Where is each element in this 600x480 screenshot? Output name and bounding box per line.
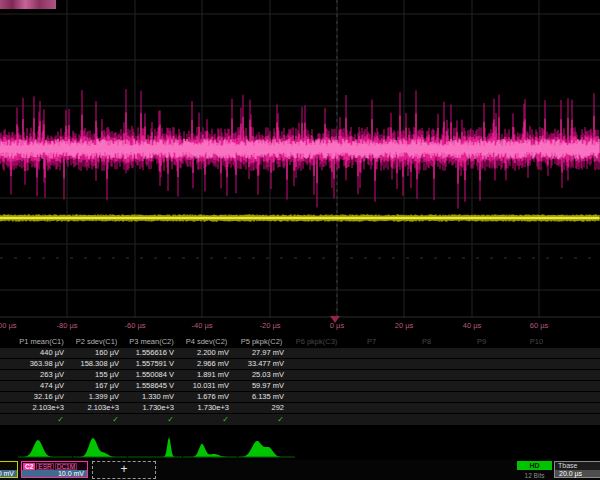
tick-label: -80 µs <box>57 321 78 330</box>
param-cell <box>344 370 399 380</box>
param-cell: 1.550084 V <box>124 370 179 380</box>
plus-icon: + <box>120 462 127 476</box>
param-header[interactable]: P6 pkpk(C3) <box>289 337 344 347</box>
add-trace-button[interactable]: + <box>92 461 156 479</box>
param-cell <box>454 381 509 391</box>
param-cell <box>454 392 509 402</box>
param-cell <box>509 381 564 391</box>
status-check-icon <box>399 414 454 425</box>
status-check-icon: ✓ <box>14 414 69 425</box>
tick-label: -60 µs <box>125 321 146 330</box>
tick-label: 40 µs <box>463 321 482 330</box>
param-cell: 2.966 mV <box>179 359 234 369</box>
param-header[interactable]: P5 pkpk(C2) <box>234 337 289 347</box>
param-cell <box>454 348 509 358</box>
oscilloscope-screen: -100 µs-80 µs-60 µs-40 µs-20 µs0 µs20 µs… <box>0 0 600 480</box>
tick-label: -100 µs <box>0 321 17 330</box>
param-cell: 1.399 µV <box>69 392 124 402</box>
param-cell <box>509 392 564 402</box>
param-header[interactable]: P1 mean(C1) <box>14 337 69 347</box>
param-header[interactable]: P2 sdev(C1) <box>69 337 124 347</box>
param-cell <box>509 348 564 358</box>
bottom-bar: DC1M 10.0 mV C2 ESR DC1M 10.0 mV + HD 12… <box>0 460 600 480</box>
param-cell: 292 <box>234 403 289 413</box>
param-cell <box>399 403 454 413</box>
param-cell <box>454 359 509 369</box>
measure-header-row: P1 mean(C1)P2 sdev(C1)P3 mean(C2)P4 sdev… <box>0 337 600 347</box>
tick-label: 60 µs <box>530 321 549 330</box>
param-cell: 158.308 µV <box>69 359 124 369</box>
param-cell <box>289 392 344 402</box>
adc-bits-label: 12 Bits <box>512 472 557 479</box>
c2-scale-value: 10.0 mV <box>22 470 87 477</box>
param-cell: 27.97 mV <box>234 348 289 358</box>
param-cell <box>454 403 509 413</box>
param-cell <box>399 359 454 369</box>
tick-label: 20 µs <box>395 321 414 330</box>
param-cell: 167 µV <box>69 381 124 391</box>
param-cell <box>509 403 564 413</box>
channel-c2-descriptor[interactable]: C2 ESR DC1M 10.0 mV <box>21 461 88 478</box>
status-check-row: ✓✓✓✓✓ <box>0 414 600 425</box>
param-cell: 10.031 mV <box>179 381 234 391</box>
status-check-icon: ✓ <box>124 414 179 425</box>
status-check-icon <box>454 414 509 425</box>
param-cell: 155 µV <box>69 370 124 380</box>
measure-table: P1 mean(C1)P2 sdev(C1)P3 mean(C2)P4 sdev… <box>0 337 600 426</box>
param-cell: 1.676 mV <box>179 392 234 402</box>
param-cell <box>454 370 509 380</box>
status-check-icon <box>289 414 344 425</box>
param-header[interactable]: P8 <box>399 337 454 347</box>
param-cell <box>399 348 454 358</box>
tick-label: 0 µs <box>330 321 344 330</box>
param-cell: 32.16 µV <box>14 392 69 402</box>
cropped-pink-fragment <box>0 0 56 9</box>
param-header[interactable]: P10 <box>509 337 564 347</box>
param-cell: 33.477 mV <box>234 359 289 369</box>
measure-stat-row: 363.98 µV158.308 µV1.557591 V2.966 mV33.… <box>0 359 600 369</box>
param-cell: 263 µV <box>14 370 69 380</box>
histicon <box>128 437 182 457</box>
param-cell: 1.330 mV <box>124 392 179 402</box>
param-cell <box>344 359 399 369</box>
status-check-icon: ✓ <box>69 414 124 425</box>
param-cell <box>509 370 564 380</box>
param-cell: 1.730e+3 <box>179 403 234 413</box>
histicon-strip <box>0 436 600 460</box>
param-header[interactable]: P4 sdev(C2) <box>179 337 234 347</box>
param-cell <box>509 359 564 369</box>
c1-scale-value: 10.0 mV <box>0 470 17 477</box>
param-cell <box>399 370 454 380</box>
c2-coupling-badge: DC1M <box>55 463 77 470</box>
param-cell: 6.135 mV <box>234 392 289 402</box>
param-cell: 1.730e+3 <box>124 403 179 413</box>
param-cell: 2.103e+3 <box>14 403 69 413</box>
timebase-value: 20.0 µs <box>555 470 600 477</box>
c2-esr-badge: ESR <box>36 463 53 470</box>
param-cell <box>399 381 454 391</box>
status-check-icon <box>509 414 564 425</box>
tick-label: -20 µs <box>260 321 281 330</box>
histicon <box>238 441 295 457</box>
param-cell: 1.557591 V <box>124 359 179 369</box>
param-cell <box>289 381 344 391</box>
channel-c1-descriptor[interactable]: DC1M 10.0 mV <box>0 461 18 478</box>
status-check-icon: ✓ <box>234 414 289 425</box>
param-header[interactable]: P3 mean(C2) <box>124 337 179 347</box>
param-cell <box>344 381 399 391</box>
status-check-icon <box>344 414 399 425</box>
timebase-panel[interactable]: Tbase 20.0 µs <box>554 461 600 478</box>
timebase-label: Tbase <box>555 462 600 470</box>
param-cell: 440 µV <box>14 348 69 358</box>
param-cell <box>344 348 399 358</box>
param-header[interactable]: P7 <box>344 337 399 347</box>
param-cell: 25.03 mV <box>234 370 289 380</box>
param-cell: 2.200 mV <box>179 348 234 358</box>
param-cell: 1.558645 V <box>124 381 179 391</box>
measure-stat-row: 2.103e+32.103e+31.730e+31.730e+3292 <box>0 403 600 413</box>
param-header[interactable]: P9 <box>454 337 509 347</box>
c2-label: C2 <box>23 463 35 470</box>
histicon <box>73 438 127 457</box>
hd-mode-badge[interactable]: HD <box>517 461 552 470</box>
measure-stat-row: 440 µV160 µV1.556616 V2.200 mV27.97 mV <box>0 348 600 358</box>
